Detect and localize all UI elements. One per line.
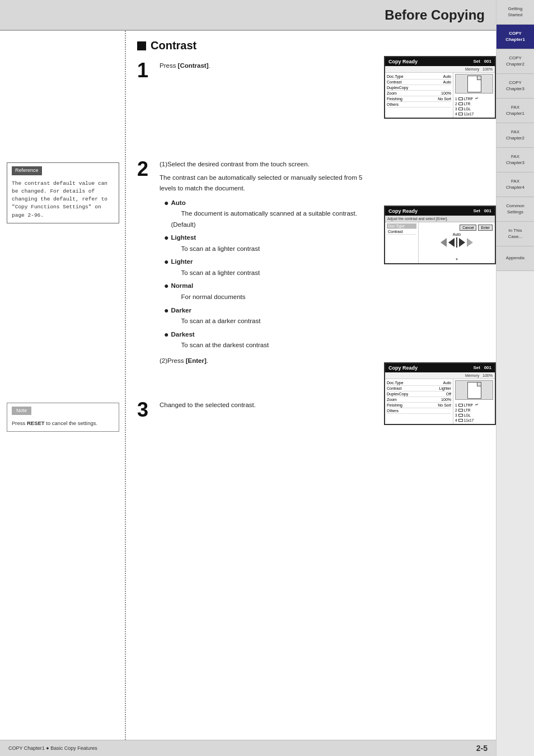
screen-2: Copy Ready Set 001 Adjust the contrast a… (384, 206, 496, 264)
cancel-btn[interactable]: Cancel (460, 225, 476, 231)
page-footer: COPY Chapter1 ● Basic Copy Features 2-5 (0, 740, 496, 756)
sidebar-tab-copy-chapter1[interactable]: COPYChapter1 (496, 25, 534, 49)
screen2-set: Set 001 (474, 208, 491, 214)
step-2-content: (1)Select the desired contrast from the … (160, 159, 367, 366)
screen-3: Copy Ready Set 001 Memory 100% Doc.TypeA… (384, 362, 496, 425)
reference-text: The contrast default value can be change… (12, 180, 114, 220)
section-title: Contrast (151, 39, 196, 52)
sidebar-tab-in-this-case[interactable]: In ThisCase... (496, 222, 534, 246)
sidebar-tab-fax-chapter1[interactable]: FAXChapter1 (496, 99, 534, 123)
screen1-title: Copy Ready (388, 59, 418, 64)
right-sidebar: GettingStarted COPYChapter1 COPYChapter2… (496, 0, 534, 756)
footer-text: COPY Chapter1 ● Basic Copy Features (8, 745, 97, 751)
sidebar-tab-copy-chapter3[interactable]: COPYChapter3 (496, 74, 534, 99)
step-2: 2 (1)Select the desired contrast from th… (137, 159, 367, 366)
sidebar-tab-fax-chapter2[interactable]: FAXChapter2 (496, 123, 534, 148)
enter-btn[interactable]: Enter (478, 225, 493, 231)
sidebar-tab-fax-chapter3[interactable]: FAXChapter3 (496, 148, 534, 172)
page-header: Before Copying (0, 0, 496, 31)
screens-column: Copy Ready Set 001 Memory 100% Doc.TypeA… (378, 31, 496, 740)
reference-label: Reference (12, 166, 42, 175)
heading-square-icon (137, 41, 146, 50)
step-1-bold: [Contrast] (178, 62, 209, 69)
step-3-content: Changed to the selected contrast. (160, 400, 367, 411)
contrast-right-inner-arrow[interactable] (459, 238, 465, 247)
screen-1: Copy Ready Set 001 Memory 100% Doc.TypeA… (384, 56, 496, 119)
steps-area: Contrast 1 Press [Contrast]. 2 (1)Select… (126, 31, 378, 740)
step-2-number: 2 (137, 159, 153, 179)
step-3: 3 Changed to the selected contrast. (137, 400, 367, 420)
page-title: Before Copying (385, 7, 485, 23)
sidebar-tab-appendix[interactable]: Appendix (496, 246, 534, 271)
screen1-set: Set 001 (474, 59, 491, 64)
note-box: Note Press RESET to cancel the settings. (7, 403, 119, 432)
step-1: 1 Press [Contrast]. (137, 60, 367, 81)
reference-box: Reference The contrast default value can… (7, 162, 119, 223)
screen2-title: Copy Ready (388, 208, 418, 214)
sidebar-tab-common-settings[interactable]: CommonSettings (496, 197, 534, 222)
step-3-number: 3 (137, 400, 153, 420)
step-1-number: 1 (137, 60, 153, 81)
contrast-left-inner-arrow[interactable] (448, 238, 455, 247)
note-label: Note (12, 407, 31, 416)
screen3-set: Set 001 (474, 365, 491, 371)
step-1-content: Press [Contrast]. (160, 60, 367, 72)
sidebar-tab-getting-started[interactable]: GettingStarted (496, 0, 534, 25)
note-text: Press RESET to cancel the settings. (12, 419, 114, 427)
sidebar-tab-copy-chapter2[interactable]: COPYChapter2 (496, 49, 534, 74)
contrast-right-outer-arrow[interactable] (467, 238, 473, 247)
left-sidebar: Reference The contrast default value can… (0, 31, 126, 740)
sidebar-tab-fax-chapter4[interactable]: FAXChapter4 (496, 172, 534, 197)
page-number: 2-5 (476, 744, 488, 753)
screen3-title: Copy Ready (388, 365, 418, 371)
section-heading: Contrast (137, 39, 367, 52)
contrast-bar (456, 237, 457, 248)
contrast-left-outer-arrow[interactable] (441, 238, 447, 247)
